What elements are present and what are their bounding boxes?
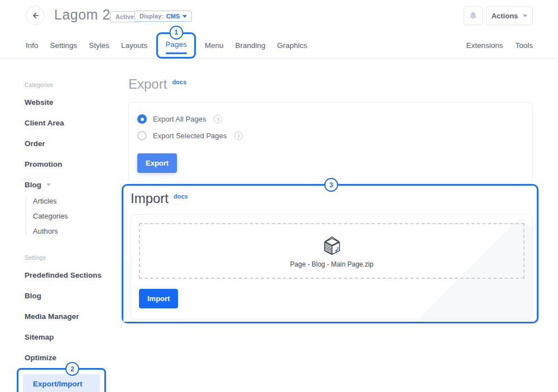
display-label: Display:: [140, 13, 163, 20]
export-selected-pages-option: Export Selected Pages i: [137, 131, 521, 141]
export-card: Export All Pages i Export Selected Pages…: [128, 102, 533, 184]
sidebar-subitem-articles[interactable]: Articles: [33, 197, 112, 205]
sidebar-item-export-import[interactable]: Export/Import: [23, 374, 100, 392]
export-all-pages-option: Export All Pages i: [137, 114, 521, 124]
chevron-down-icon: [523, 14, 527, 17]
sidebar-item-predefinded-sections[interactable]: Predefinded Sections: [25, 271, 112, 279]
radio-export-selected-pages[interactable]: [137, 131, 147, 141]
annotation-step-3: 3: [324, 178, 338, 192]
actions-button[interactable]: Actions: [486, 6, 533, 25]
tab-pages[interactable]: Pages: [165, 40, 186, 49]
sidebar-item-label: Website: [25, 98, 54, 107]
annotation-box-import: 3 Importdocs Page - Blog - Main: [122, 184, 538, 323]
tab-extensions[interactable]: Extensions: [466, 41, 503, 50]
export-title: Export: [128, 76, 167, 91]
notifications-button[interactable]: [464, 6, 483, 25]
back-button[interactable]: [26, 6, 45, 25]
display-mode-dropdown[interactable]: Display: CMS: [134, 11, 192, 22]
bell-icon: [469, 11, 478, 20]
chevron-down-icon: [46, 183, 51, 186]
sidebar-item-label: Client Area: [25, 119, 64, 127]
import-docs-link[interactable]: docs: [174, 193, 188, 200]
annotation-box-pages: 1 Pages: [156, 32, 195, 59]
export-docs-link[interactable]: docs: [172, 79, 186, 85]
import-card: Page - Blog - Main Page.zip Import: [131, 214, 533, 320]
sidebar-item-media-manager[interactable]: Media Manager: [25, 312, 112, 321]
sidebar-item-sitemap[interactable]: Sitemap: [25, 333, 112, 341]
annotation-box-export-import: 2 Export/Import: [17, 368, 106, 392]
export-button[interactable]: Export: [137, 153, 177, 173]
import-section: Importdocs Page - Blog - Main Page.zip: [123, 186, 537, 322]
tab-bar-right: Extensions Tools: [466, 32, 533, 59]
radio-label: Export Selected Pages: [153, 132, 227, 140]
annotation-step-1: 1: [169, 26, 183, 40]
sidebar-item-label: Order: [25, 139, 45, 148]
info-icon[interactable]: i: [214, 115, 222, 123]
arrow-left-icon: [31, 11, 40, 20]
tab-graphics[interactable]: Graphics: [277, 41, 307, 50]
sidebar-subitem-authors[interactable]: Authors: [33, 228, 112, 235]
actions-label: Actions: [492, 12, 518, 20]
import-title: Import: [131, 191, 169, 206]
tab-menu[interactable]: Menu: [205, 41, 224, 50]
zip-package-icon: [320, 234, 344, 258]
file-drop-zone[interactable]: Page - Blog - Main Page.zip: [139, 223, 525, 279]
sidebar-item-blog[interactable]: Blog: [25, 181, 112, 189]
sidebar-item-client-area[interactable]: Client Area: [25, 119, 112, 127]
import-heading-row: Importdocs: [131, 191, 533, 206]
blog-sub-list: Articles Categories Authors: [26, 197, 112, 235]
sidebar: Categories Website Client Area Order Pro…: [17, 81, 112, 392]
tab-bar: Info Settings Styles Layouts 1 Pages Men…: [26, 32, 307, 59]
tab-tools[interactable]: Tools: [515, 41, 533, 50]
tab-styles[interactable]: Styles: [89, 41, 109, 50]
active-tab-underline: [166, 52, 187, 54]
info-icon[interactable]: i: [234, 132, 243, 140]
tab-settings[interactable]: Settings: [50, 41, 78, 50]
annotation-step-2: 2: [65, 362, 79, 376]
header: Lagom 2 Active Display: CMS Actions Info…: [0, 0, 558, 59]
page-title: Lagom 2: [54, 7, 110, 23]
sidebar-item-label: Promotion: [25, 160, 62, 168]
sidebar-item-website[interactable]: Website: [25, 98, 112, 107]
tab-branding[interactable]: Branding: [235, 41, 265, 50]
export-heading-row: Exportdocs: [128, 76, 533, 92]
uploaded-file-name: Page - Blog - Main Page.zip: [290, 260, 373, 268]
sidebar-item-order[interactable]: Order: [25, 139, 112, 148]
sidebar-item-blog-settings[interactable]: Blog: [25, 292, 112, 300]
sidebar-item-optimize[interactable]: Optimize: [25, 354, 112, 362]
export-section: Exportdocs Export All Pages i Export Sel…: [128, 76, 533, 184]
sidebar-item-promotion[interactable]: Promotion: [25, 160, 112, 168]
radio-export-all-pages[interactable]: [137, 114, 147, 124]
radio-label: Export All Pages: [153, 115, 206, 123]
display-value: CMS: [166, 13, 180, 20]
chevron-down-icon: [182, 15, 187, 18]
sidebar-section-categories: Categories: [25, 81, 112, 88]
tab-info[interactable]: Info: [26, 41, 39, 50]
import-button[interactable]: Import: [139, 289, 178, 308]
sidebar-section-settings: Settings: [25, 254, 112, 261]
tab-layouts[interactable]: Layouts: [121, 41, 147, 50]
sidebar-subitem-categories[interactable]: Categories: [33, 212, 112, 220]
sidebar-item-label: Blog: [25, 181, 41, 189]
